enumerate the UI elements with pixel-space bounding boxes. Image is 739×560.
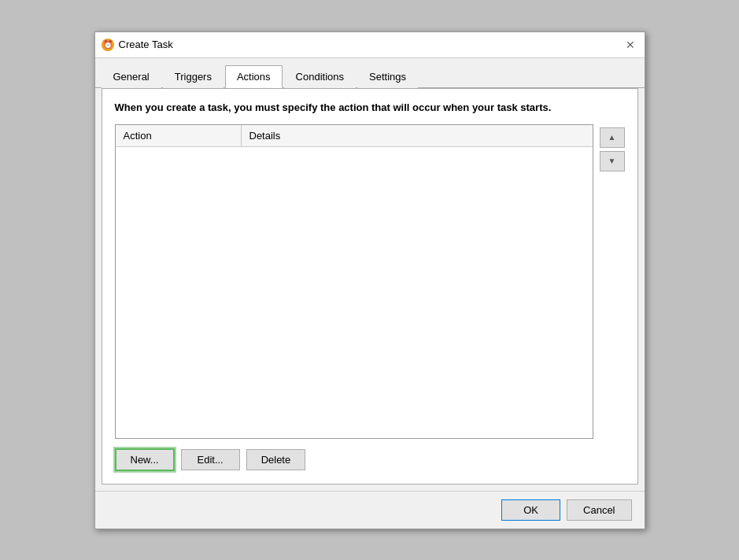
tab-settings[interactable]: Settings: [357, 65, 418, 88]
table-area: Action Details ▲ ▼: [115, 124, 625, 439]
edit-button[interactable]: Edit...: [181, 449, 240, 470]
title-bar: ⏰ Create Task ✕: [95, 32, 645, 58]
tab-actions[interactable]: Actions: [225, 65, 283, 88]
actions-table: Action Details: [115, 124, 593, 439]
tab-triggers[interactable]: Triggers: [163, 65, 224, 88]
tab-bar: General Triggers Actions Conditions Sett…: [95, 58, 645, 88]
footer: OK Cancel: [95, 491, 645, 529]
cancel-button[interactable]: Cancel: [567, 499, 631, 521]
table-header: Action Details: [116, 125, 593, 147]
sort-buttons: ▲ ▼: [600, 124, 625, 171]
description-text: When you create a task, you must specify…: [115, 101, 625, 113]
sort-down-button[interactable]: ▼: [600, 151, 625, 171]
new-button[interactable]: New...: [115, 448, 175, 471]
close-button[interactable]: ✕: [623, 37, 638, 53]
create-task-window: ⏰ Create Task ✕ General Triggers Actions…: [94, 31, 645, 529]
tab-general[interactable]: General: [102, 65, 161, 88]
delete-button[interactable]: Delete: [246, 449, 306, 470]
sort-up-button[interactable]: ▲: [600, 127, 625, 148]
window-title: Create Task: [119, 39, 173, 50]
column-details: Details: [242, 125, 593, 146]
table-body[interactable]: [116, 147, 593, 435]
action-buttons-row: New... Edit... Delete: [115, 448, 625, 471]
window-icon: ⏰: [102, 39, 114, 51]
ok-button[interactable]: OK: [501, 499, 560, 521]
main-content: When you create a task, you must specify…: [102, 88, 638, 484]
tab-conditions[interactable]: Conditions: [284, 65, 356, 88]
column-action: Action: [116, 125, 242, 146]
title-bar-left: ⏰ Create Task: [102, 39, 173, 51]
